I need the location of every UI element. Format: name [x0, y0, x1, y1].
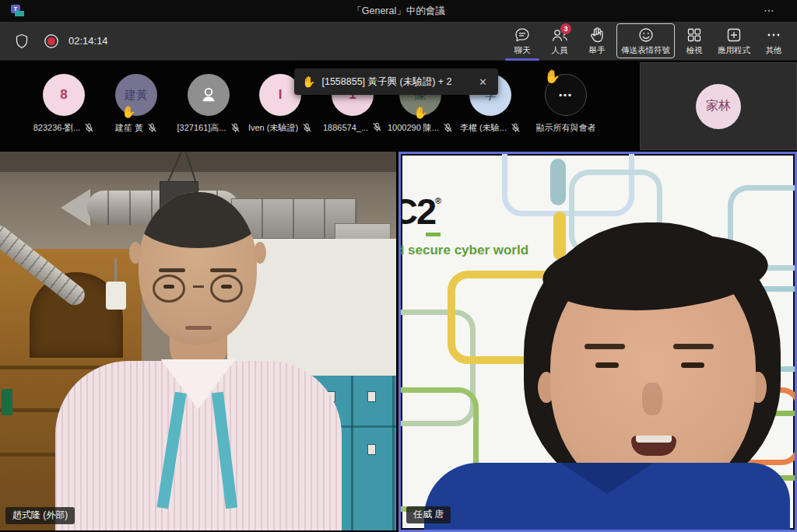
toolbar-left-group: 02:14:14	[0, 33, 108, 50]
chat-button[interactable]: 聊天	[504, 23, 540, 58]
overflow-avatar: ••• ✋	[545, 74, 587, 116]
mic-off-icon	[302, 123, 312, 133]
participant-tile[interactable]: 8 823236-劉...	[28, 61, 100, 152]
chat-label: 聊天	[514, 45, 531, 56]
title-bar: T··· 「General」中的會議 ⋯	[0, 0, 797, 22]
send-reaction-button[interactable]: 傳送表情符號	[616, 23, 675, 58]
teams-app-icon: T···	[11, 5, 25, 17]
video-tile-right-selected[interactable]: C2® d secure cyber world 任威 唐	[398, 152, 797, 532]
participant-name: 823236-劉...	[33, 122, 81, 134]
send-reaction-label: 傳送表情符號	[621, 45, 670, 56]
mic-off-icon	[443, 123, 453, 133]
avatar: 建黃 ✋	[115, 74, 157, 116]
people-button[interactable]: 人員 3	[542, 23, 578, 58]
chat-icon	[513, 26, 532, 44]
bg-shape	[550, 159, 566, 205]
window-more-button[interactable]: ⋯	[759, 0, 780, 22]
participant-name: [327161]高...	[177, 122, 226, 134]
raised-hand-emoji: ✋	[413, 107, 428, 118]
avatar-initials: 建黃	[125, 88, 148, 103]
mic-off-icon	[147, 123, 157, 133]
mic-off-icon	[372, 122, 382, 132]
more-label: 其他	[766, 45, 782, 56]
raise-hand-icon	[588, 26, 606, 44]
avatar-initials: I	[279, 87, 283, 103]
view-label: 檢視	[686, 45, 703, 56]
overflow-dots: •••	[559, 90, 573, 100]
apps-button[interactable]: 應用程式	[714, 23, 754, 58]
raise-hand-button[interactable]: 舉手	[579, 23, 615, 58]
raised-hand-emoji: ✋	[544, 70, 560, 83]
recording-indicator-icon	[42, 33, 61, 50]
people-count-badge: 3	[560, 23, 571, 34]
people-label: 人員	[552, 45, 568, 56]
window-title: 「General」中的會議	[0, 5, 797, 18]
person-right-shirt	[424, 463, 790, 532]
mic-off-icon	[230, 123, 241, 133]
isc2-logo-text: C2®	[398, 190, 441, 233]
isc2-tagline: d secure cyber world	[398, 243, 528, 258]
show-all-label: 顯示所有與會者	[536, 122, 596, 134]
person-left	[0, 152, 396, 530]
raise-hand-label: 舉手	[589, 45, 606, 56]
emoji-icon	[637, 26, 655, 44]
more-ellipsis-icon	[764, 26, 783, 44]
participant-tile[interactable]: 建黃 ✋ 建笙 黃	[100, 61, 172, 152]
mic-off-icon	[84, 123, 94, 133]
participant-name: 1886574_...	[323, 123, 368, 132]
toast-text: [1558855] 黃子興 (未驗證) + 2	[321, 75, 451, 89]
avatar-initials: 8	[60, 87, 67, 103]
name-tag-left: 趙式隆 (外部)	[5, 507, 75, 524]
toast-close-icon[interactable]: ✕	[476, 75, 490, 89]
raised-hand-emoji: ✋	[121, 106, 136, 117]
more-button[interactable]: 其他	[756, 23, 792, 58]
video-tile-avatar-only[interactable]: 家林	[640, 62, 797, 150]
participant-tile[interactable]: [327161]高...	[173, 61, 244, 152]
participant-name: 李權 (未驗...	[460, 122, 507, 134]
meeting-toolbar: 02:14:14 聊天 人員 3	[0, 22, 797, 61]
shield-icon	[12, 33, 31, 50]
toolbar-right-group: 聊天 人員 3 舉手	[504, 21, 797, 61]
recording-timer: 02:14:14	[68, 35, 108, 47]
avatar	[188, 74, 230, 116]
mic-off-icon	[511, 123, 521, 133]
avatar: 8	[43, 74, 85, 116]
participant-name: 1000290 陳...	[388, 122, 439, 134]
isc2-logo-underscore	[426, 233, 441, 236]
name-tag-right: 任威 唐	[406, 506, 451, 523]
raised-hand-emoji: ✋	[302, 75, 315, 88]
raised-hand-toast: ✋ [1558855] 黃子興 (未驗證) + 2 ✕	[294, 68, 498, 95]
apps-plus-icon	[725, 26, 743, 44]
person-icon	[198, 85, 219, 105]
avatar-initials: 家林	[706, 98, 731, 114]
participant-strip: 8 823236-劉... 建黃 ✋ 建笙 黃 [327161]高...	[0, 61, 797, 152]
grid-view-icon	[685, 26, 704, 44]
participant-name: Iven (未驗證)	[248, 122, 298, 134]
participant-name: 建笙 黃	[115, 122, 143, 134]
video-tile-left[interactable]: 趙式隆 (外部)	[0, 152, 396, 530]
view-button[interactable]: 檢視	[676, 23, 712, 58]
apps-label: 應用程式	[718, 45, 750, 56]
person-left-head	[139, 192, 257, 345]
video-stage: 趙式隆 (外部) C2® d secure cyber world	[0, 152, 797, 532]
bg-shape	[553, 212, 566, 260]
avatar: 家林	[696, 84, 741, 129]
show-all-participants-tile[interactable]: ••• ✋ 顯示所有與會者	[530, 61, 602, 152]
